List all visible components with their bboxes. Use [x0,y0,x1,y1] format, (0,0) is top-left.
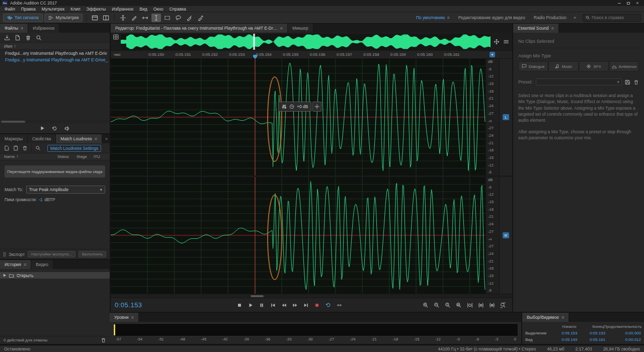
menu-item[interactable]: Клип [67,7,83,12]
waveform-display-left[interactable] [111,59,486,175]
playhead-marker-icon[interactable] [253,55,258,59]
trash-icon[interactable] [101,337,106,343]
match-to-select[interactable]: True Peak Amplitude ▾ [26,186,105,194]
panel-menu-icon[interactable]: ≡ [551,26,553,31]
file-row[interactable]: Fredgui...ery Instrumental Playthrough н… [0,50,110,56]
tab-history[interactable]: История≡ [0,260,31,269]
media-dropzone[interactable]: Перетащите поддерживаемые медиа-файлы сю… [5,165,105,178]
menu-item[interactable]: Правка [18,7,39,12]
tab-video[interactable]: Видео [31,260,53,269]
tab-match-loudness[interactable]: Match Loudness≡ [56,134,102,143]
tab-overflow-icon[interactable]: » [102,134,110,143]
display-options-icon[interactable] [113,34,119,40]
selection-end-value[interactable]: 0:05.153 [578,331,606,335]
move-tool[interactable] [118,14,128,22]
zoom-to-selection-in-button[interactable] [465,301,475,309]
workspace-radio-production[interactable]: Radio Production [530,15,570,20]
hud-pin-button[interactable] [312,102,321,112]
view-duration-value[interactable]: 0:00.012 [605,337,641,342]
tab-files[interactable]: Файлы≡ [0,24,28,33]
menu-item[interactable]: Вид [136,7,150,12]
waveform-view-button[interactable]: Тип сигнала [3,14,43,22]
scan-loudness-icon[interactable] [35,145,41,151]
export-settings-button[interactable]: Настройки экспорта... [28,251,75,257]
mix-type-dialogue-button[interactable]: Dialogue [518,61,548,71]
timeline-ruler[interactable]: чмс 0:05.1500:05.1510:05.1520:05.1530:05… [111,51,512,59]
tab-essential-sound[interactable]: Essential Sound≡ [513,24,559,33]
zoom-to-selection-button[interactable] [487,301,497,309]
pause-button[interactable] [257,301,267,309]
zoom-in-button[interactable] [421,301,431,309]
peaks-value[interactable]: -1 [39,197,43,202]
right-channel-badge[interactable]: R [503,232,509,238]
menu-item[interactable]: Окно [150,7,167,12]
help-search-input[interactable] [592,15,638,20]
mix-type-ambience-button[interactable]: Ambience [609,61,639,71]
match-loudness-settings-button[interactable]: Match Loudness Settings [47,145,101,152]
view-start-value[interactable]: 0:05.149 [549,337,578,342]
tab-editor[interactable]: Редактор: Fredguitarist - Пахлава на сне… [111,24,288,33]
zoom-to-selection-out-button[interactable] [476,301,486,309]
workspace-audio-for-video[interactable]: Редактирование аудио для видео [455,15,529,20]
paste-files-icon[interactable] [13,145,19,151]
export-checkbox[interactable] [4,252,6,256]
overview-waveform[interactable] [121,34,491,50]
record-button[interactable] [312,301,322,309]
hud-gain-value[interactable]: +0 dB [297,104,308,109]
workspace-default[interactable]: По умолчанию≡ [413,15,453,20]
marquee-selection-tool[interactable] [163,14,172,22]
loop-playback-button[interactable] [323,301,333,309]
zoom-out-vertical-button[interactable] [454,301,464,309]
scrollbar-thumb[interactable] [251,295,264,297]
stop-button[interactable] [234,301,245,309]
panel-menu-icon[interactable]: ≡ [95,136,97,141]
time-selection-tool[interactable] [151,14,161,22]
remove-files-icon[interactable] [22,145,28,151]
skip-to-end-button[interactable] [301,301,311,309]
history-item-open[interactable]: Открыть [0,272,110,279]
lasso-selection-tool[interactable] [174,14,183,22]
panel-menu-icon[interactable]: ≡ [131,315,133,320]
spot-healing-brush-tool[interactable] [196,14,205,22]
menu-item[interactable]: Мультитрек [39,7,68,12]
zoom-in-vertical-button[interactable] [443,301,453,309]
mix-type-music-button[interactable]: Music [548,61,578,71]
waveform-display-right[interactable] [111,177,486,294]
minimize-button[interactable] [615,0,624,6]
editor-split-button[interactable] [101,14,111,22]
selection-duration-value[interactable]: 0:00.000 [605,331,641,335]
files-horizontal-scrollbar[interactable] [0,120,110,123]
hud-gain-control[interactable]: +0 dB [278,102,311,112]
fast-forward-button[interactable] [290,301,300,309]
paintbrush-selection-tool[interactable] [185,14,194,22]
pan-icon[interactable] [494,39,500,45]
mix-type-sfx-button[interactable]: SFX [579,61,609,71]
tab-levels[interactable]: Уровни≡ [110,313,139,322]
razor-tool[interactable] [129,14,139,22]
search-files-icon[interactable] [36,35,42,41]
play-button[interactable] [246,301,256,309]
multitrack-view-button[interactable]: Мультитрек [44,14,83,22]
file-row-selected[interactable]: Fredgui...y Instrumental Playthrough на … [0,56,110,63]
skip-selection-button[interactable] [334,301,344,309]
save-preset-icon[interactable] [625,79,630,85]
panel-menu-icon[interactable]: ≡ [21,26,23,31]
left-channel-badge[interactable]: L [503,114,509,120]
tab-selection-view[interactable]: Выбор/Видимое≡ [522,313,569,322]
preview-autoplay-speaker-icon[interactable] [64,126,70,131]
panel-menu-icon[interactable]: ≡ [280,26,283,31]
slip-tool[interactable] [140,14,150,22]
zoom-full-button[interactable] [498,301,508,309]
preview-loop-icon[interactable] [52,126,57,131]
selection-start-value[interactable]: 0:05.153 [549,331,578,335]
preview-play-icon[interactable] [40,126,45,131]
panel-menu-icon[interactable]: ≡ [561,315,564,320]
menu-item[interactable]: Эффекты [84,7,109,12]
files-name-header[interactable]: Имя ↑ [0,43,110,50]
skip-to-start-button[interactable] [268,301,278,309]
tab-mixer[interactable]: Микшер [288,24,313,33]
close-button[interactable]: × [633,0,642,6]
level-meter[interactable] [113,323,518,336]
ruler-unit-label[interactable]: чмс [114,52,121,57]
editor-horizontal-scrollbar[interactable] [111,294,512,298]
